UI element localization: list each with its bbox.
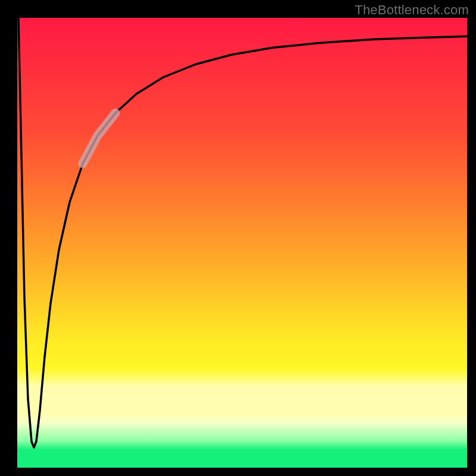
curve-layer: [17, 18, 467, 468]
bottleneck-chart: TheBottleneck.com: [0, 0, 476, 476]
black-curve: [18, 18, 467, 447]
attribution-text: TheBottleneck.com: [355, 2, 469, 18]
highlight-overlay: [83, 113, 115, 164]
